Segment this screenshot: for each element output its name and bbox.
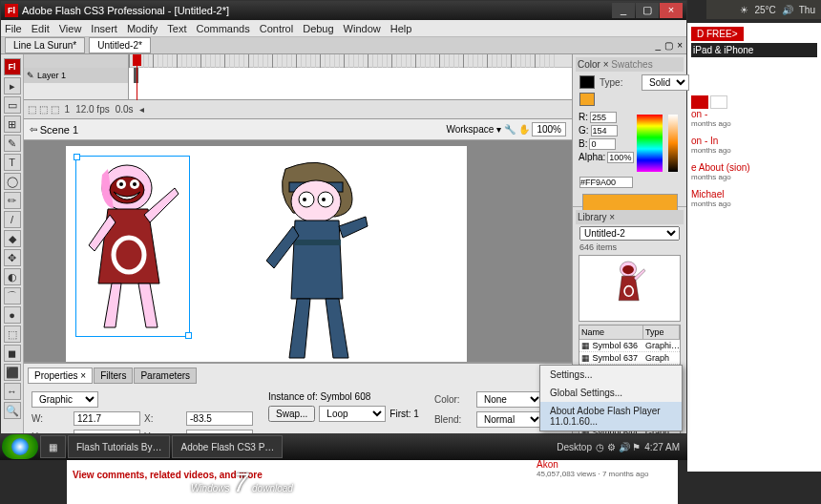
tool-6[interactable]: ◯ — [4, 173, 21, 190]
close-button[interactable]: × — [660, 3, 683, 18]
prop-tab[interactable]: Parameters — [134, 368, 197, 384]
start-button[interactable] — [2, 434, 38, 459]
doc-tab[interactable]: Line La Surun* — [5, 37, 85, 53]
tool-12[interactable]: ⌒ — [4, 287, 21, 304]
tool-0[interactable]: Fl — [4, 58, 21, 75]
tool-15[interactable]: ◼ — [4, 345, 21, 362]
taskbar-item[interactable]: Flash Tutorials By… — [68, 435, 170, 458]
sat-picker[interactable] — [668, 115, 678, 172]
fill-swatch[interactable] — [579, 93, 595, 106]
stage-area[interactable] — [24, 140, 572, 362]
hue-picker[interactable] — [637, 115, 662, 172]
browser-background: D FREE> iPad & iPhone on -months agoon -… — [687, 23, 821, 472]
color-select[interactable]: None — [476, 391, 543, 408]
library-item[interactable]: ▦ Symbol 636Graphi… — [579, 340, 680, 352]
tool-2[interactable]: ▭ — [4, 96, 21, 114]
maximize-button[interactable]: ▢ — [636, 3, 659, 18]
hex-input[interactable] — [579, 177, 633, 188]
scene-label[interactable]: Scene 1 — [40, 124, 78, 136]
timeline-panel[interactable]: ✎ Layer 1 — [24, 54, 572, 100]
playhead[interactable] — [137, 54, 137, 100]
svg-point-4 — [119, 182, 123, 186]
stage[interactable] — [66, 146, 467, 362]
doc-max-icon[interactable]: ▢ — [664, 40, 673, 51]
menu-debug[interactable]: Debug — [303, 23, 333, 34]
b-input[interactable] — [589, 138, 616, 150]
library-item[interactable]: ▦ Symbol 637Graph — [579, 352, 680, 365]
svg-rect-13 — [295, 240, 341, 245]
layer-row[interactable]: ✎ Layer 1 — [24, 68, 128, 83]
tool-8[interactable]: / — [4, 211, 21, 228]
menu-control[interactable]: Control — [260, 23, 293, 34]
tool-14[interactable]: ⬚ — [4, 326, 21, 343]
doc-tab[interactable]: Untitled-2* — [89, 37, 151, 53]
tool-17[interactable]: ↔ — [4, 383, 21, 400]
windows-taskbar[interactable]: ▦ Flash Tutorials By…Adobe Flash CS3 P… … — [0, 433, 687, 460]
tool-11[interactable]: ◐ — [4, 268, 21, 285]
back-icon[interactable]: ⇦ — [30, 124, 37, 135]
doc-min-icon[interactable]: _ — [656, 40, 662, 51]
timeline-frames[interactable] — [129, 54, 572, 99]
menu-file[interactable]: File — [5, 23, 22, 34]
quick-launch[interactable]: ▦ — [40, 435, 66, 458]
doc-close-icon[interactable]: × — [677, 40, 683, 51]
hand-icon[interactable]: ✋ — [518, 124, 530, 135]
loop-select[interactable]: Loop — [319, 406, 386, 422]
tool-9[interactable]: ◆ — [4, 230, 21, 247]
flash-context-menu[interactable]: Settings...Global Settings...About Adobe… — [539, 365, 683, 431]
blend-select[interactable]: Normal — [476, 411, 543, 428]
tool-16[interactable]: ⬛ — [4, 364, 21, 381]
menu-modify[interactable]: Modify — [127, 23, 158, 34]
titlebar[interactable]: Fl Adobe Flash CS3 Professional - [Untit… — [1, 1, 686, 20]
zoom-select[interactable]: 100% — [532, 122, 566, 136]
desktop-button[interactable]: Desktop — [557, 442, 592, 452]
menu-text[interactable]: Text — [167, 23, 186, 34]
instance-type-select[interactable]: Graphic — [32, 391, 98, 408]
system-tray[interactable]: Desktop ◷ ⚙ 🔊 ⚑ 4:27 AM — [551, 442, 685, 452]
menu-help[interactable]: Help — [390, 23, 412, 34]
prop-tab[interactable]: Properties × — [28, 368, 93, 384]
character-1[interactable] — [79, 159, 186, 333]
tray-icons[interactable]: ◷ ⚙ 🔊 ⚑ — [596, 442, 641, 452]
r-input[interactable] — [590, 112, 617, 123]
tool-18[interactable]: 🔍 — [4, 402, 21, 419]
swap-button[interactable]: Swap... — [268, 406, 315, 422]
tool-1[interactable]: ▸ — [4, 77, 21, 94]
yt-related[interactable]: on - Inmonths ago — [691, 136, 817, 155]
sound-icon: 🔊 — [782, 5, 793, 15]
svg-point-5 — [133, 182, 137, 186]
prop-tab[interactable]: Filters — [94, 368, 133, 384]
workspace-menu[interactable]: Workspace ▾ — [446, 124, 501, 135]
yt-related[interactable]: e About (sion)months ago — [691, 162, 817, 181]
tool-3[interactable]: ⊞ — [4, 116, 21, 133]
yt-related[interactable]: Michaelmonths ago — [691, 189, 817, 208]
tool-5[interactable]: T — [4, 154, 21, 171]
width-input[interactable] — [74, 411, 140, 426]
clock: 4:27 AM — [644, 442, 680, 452]
menu-insert[interactable]: Insert — [91, 23, 117, 34]
tool-10[interactable]: ✥ — [4, 249, 21, 266]
context-item[interactable]: Global Settings... — [540, 384, 682, 402]
library-doc-select[interactable]: Untitled-2 — [579, 226, 680, 241]
yt-related[interactable]: on -months ago — [691, 109, 817, 128]
menu-window[interactable]: Window — [344, 23, 381, 34]
taskbar-item[interactable]: Adobe Flash CS3 P… — [172, 435, 283, 458]
g-input[interactable] — [591, 125, 618, 136]
context-item[interactable]: Settings... — [540, 366, 682, 384]
character-2[interactable] — [247, 156, 381, 362]
stroke-swatch[interactable] — [579, 75, 595, 89]
menu-commands[interactable]: Commands — [196, 23, 249, 34]
menu-view[interactable]: View — [59, 23, 82, 34]
tool-4[interactable]: ✎ — [4, 135, 21, 152]
menubar: FileEditViewInsertModifyTextCommandsCont… — [1, 20, 686, 37]
context-item[interactable]: About Adobe Flash Player 11.0.1.60... — [540, 402, 682, 430]
alpha-input[interactable] — [607, 152, 634, 163]
color-type-select[interactable]: Solid — [642, 74, 689, 91]
app-icon: Fl — [5, 4, 18, 17]
minimize-button[interactable]: _ — [612, 3, 635, 18]
menu-edit[interactable]: Edit — [32, 23, 50, 34]
tool-7[interactable]: ✏ — [4, 192, 21, 209]
tool-13[interactable]: ● — [4, 306, 21, 324]
symbol-edit-icon[interactable]: 🔧 — [504, 124, 516, 135]
x-input[interactable] — [186, 411, 253, 426]
